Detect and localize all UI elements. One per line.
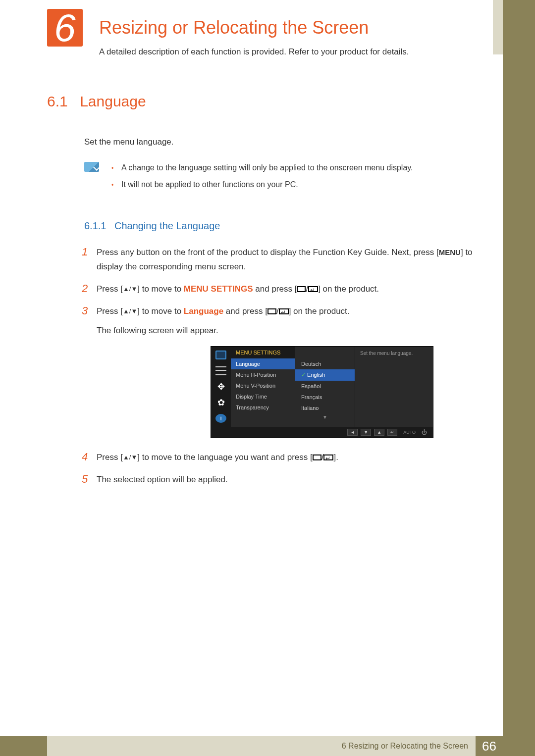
select-enter-keys-icon: / <box>313 451 334 465</box>
osd-footer-button: ▲ <box>374 429 384 436</box>
step-number: 3 <box>82 304 97 338</box>
osd-footer-button: ↵ <box>387 429 397 436</box>
osd-menu-item: Menu V-Position <box>231 380 295 391</box>
select-enter-keys-icon: / <box>297 282 318 297</box>
step-number: 5 <box>82 473 97 487</box>
osd-menu-item: Transparency <box>231 402 295 413</box>
note-icon <box>84 162 99 172</box>
arrow-keys-icon: ▲/▼ <box>123 454 137 461</box>
step-3: 3 Press [▲/▼] to move to Language and pr… <box>82 304 478 338</box>
note-block: A change to the language setting will on… <box>84 162 478 196</box>
footer-chapter-ref: 6 Resizing or Relocating the Screen <box>47 736 476 756</box>
osd-option: Deutsch <box>295 358 355 369</box>
move-icon: ✥ <box>215 382 226 391</box>
step-text: The selected option will be applied. <box>97 473 228 487</box>
osd-option: Français <box>295 392 355 403</box>
step-number: 1 <box>82 246 97 274</box>
arrow-keys-icon: ▲/▼ <box>123 307 137 315</box>
chapter-number-box: 6 <box>47 9 83 47</box>
osd-footer-button: ◄ <box>347 429 358 436</box>
step-1: 1 Press any button on the front of the p… <box>82 246 478 274</box>
osd-option-selected: English <box>295 369 355 381</box>
step-text: Press [▲/▼] to move to the language you … <box>97 451 338 465</box>
step-text: Press any button on the front of the pro… <box>97 246 478 274</box>
osd-options-column: Deutsch English Español Français Italian… <box>295 347 355 427</box>
step-number: 2 <box>82 282 97 297</box>
osd-option: Italiano <box>295 403 355 413</box>
step-text: Press [▲/▼] to move to Language and pres… <box>97 304 350 338</box>
osd-footer-button: ▼ <box>361 429 371 436</box>
osd-menu-item: Menu H-Position <box>231 369 295 380</box>
scroll-down-icon: ▼ <box>295 413 355 420</box>
osd-screenshot: ✥ ✿ i MENU SETTINGS Language Menu H-Posi… <box>211 346 433 438</box>
select-enter-keys-icon: / <box>268 304 289 319</box>
language-label: Language <box>184 306 223 316</box>
power-icon: ⏻ <box>422 429 427 435</box>
subsection-title: Changing the Language <box>114 220 220 231</box>
list-icon <box>215 366 226 375</box>
section-title: Language <box>80 93 146 109</box>
subsection-number: 6.1.1 <box>84 220 106 231</box>
footer-page-number: 66 <box>476 736 503 756</box>
step-number: 4 <box>82 451 97 465</box>
osd-icon-column: ✥ ✿ i <box>211 347 231 427</box>
right-sidebar <box>503 0 535 756</box>
menu-key-label: MENU <box>439 248 461 256</box>
info-icon: i <box>215 414 226 423</box>
menu-settings-label: MENU SETTINGS <box>184 284 253 294</box>
subsection-heading: 6.1.1 Changing the Language <box>84 220 478 232</box>
gear-icon: ✿ <box>215 398 226 407</box>
osd-menu-item: Language <box>231 358 295 369</box>
step-4: 4 Press [▲/▼] to move to the language yo… <box>82 451 478 465</box>
section-heading: 6.1 Language <box>47 93 478 110</box>
osd-help-column: Set the menu language. <box>355 347 433 427</box>
top-right-accent <box>493 0 503 54</box>
note-item: A change to the language setting will on… <box>111 162 413 174</box>
step-text: Press [▲/▼] to move to MENU SETTINGS and… <box>97 282 379 297</box>
osd-auto-label: AUTO <box>400 430 419 435</box>
step-5: 5 The selected option will be applied. <box>82 473 478 487</box>
section-number: 6.1 <box>47 93 68 110</box>
chapter-title: Resizing or Relocating the Screen <box>99 17 369 38</box>
osd-footer: ◄ ▼ ▲ ↵ AUTO ⏻ <box>211 427 433 438</box>
osd-menu-item: Display Time <box>231 391 295 402</box>
step-2: 2 Press [▲/▼] to move to MENU SETTINGS a… <box>82 282 478 297</box>
note-item: It will not be applied to other function… <box>111 179 413 191</box>
osd-option: Español <box>295 381 355 392</box>
osd-menu-column: MENU SETTINGS Language Menu H-Position M… <box>231 347 295 427</box>
osd-header: MENU SETTINGS <box>231 347 295 358</box>
monitor-icon <box>215 351 226 359</box>
intro-text: A detailed description of each function … <box>99 47 409 57</box>
section-body: Set the menu language. <box>84 137 478 147</box>
page-footer: 6 Resizing or Relocating the Screen 66 <box>0 736 535 756</box>
arrow-keys-icon: ▲/▼ <box>123 285 137 293</box>
